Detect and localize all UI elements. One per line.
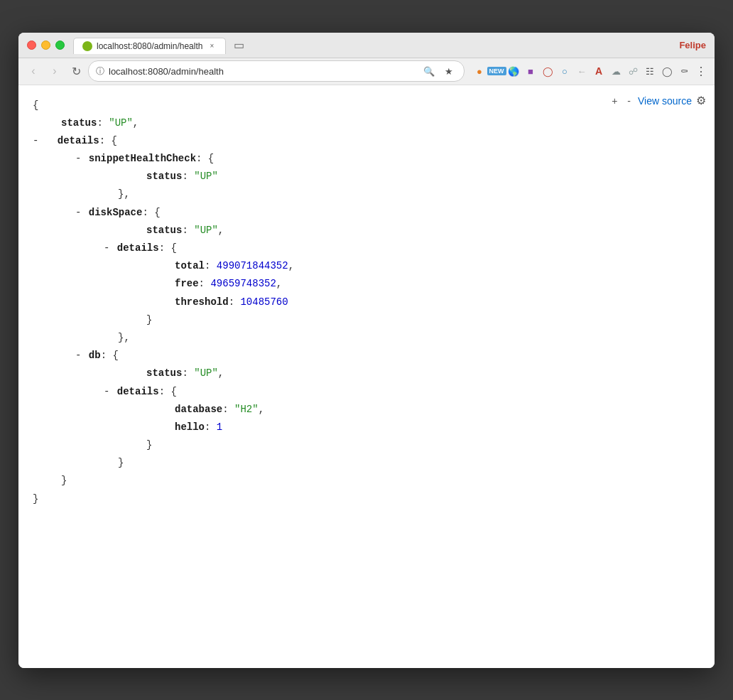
address-bar[interactable]	[109, 66, 417, 77]
maximize-button[interactable]	[55, 41, 65, 50]
title-bar: localhost:8080/admin/health × ▭ Felipe	[18, 33, 715, 58]
forward-button[interactable]: ›	[45, 62, 64, 80]
ext-bookmark2-icon[interactable]: ☍	[625, 63, 641, 79]
json-snippet-close: },	[118, 185, 715, 203]
ext-new-icon[interactable]: NEW	[489, 63, 504, 79]
zoom-minus-button[interactable]: -	[624, 94, 634, 108]
ext-back2-icon[interactable]: ←	[574, 63, 590, 79]
ext-globe-icon[interactable]: 🌎	[506, 63, 521, 79]
json-snippet-line: - snippetHealthCheck: {	[33, 150, 715, 168]
json-details-line: - details: {	[33, 132, 715, 150]
db-details-collapse[interactable]: -	[104, 383, 109, 401]
forward-icon: ›	[53, 65, 56, 77]
tab-close-button[interactable]: ×	[207, 41, 217, 51]
json-db-details-line: - details: {	[33, 383, 715, 401]
json-details-close: }	[61, 472, 715, 490]
minimize-button[interactable]	[41, 41, 50, 50]
toolbar: ‹ › ↻ ⓘ 🔍 ★ ● NEW 🌎 ■ ◯ ○ ← A ☁ ☍	[18, 58, 715, 85]
diskspace-collapse[interactable]: -	[75, 204, 81, 222]
diskspace-details-collapse[interactable]: -	[104, 239, 109, 257]
new-tab-button[interactable]: ▭	[229, 35, 249, 55]
json-diskspace-details-line: - details: {	[33, 239, 715, 257]
search-icon[interactable]: 🔍	[421, 63, 437, 79]
tab-title: localhost:8080/admin/health	[97, 41, 202, 51]
json-status-line: status: "UP",	[61, 114, 715, 132]
ext-vpn-icon[interactable]: ○	[557, 63, 572, 79]
json-db-line: - db: {	[33, 347, 715, 365]
json-database-line: database: "H2",	[175, 401, 715, 419]
json-total-line: total: 499071844352,	[175, 257, 715, 275]
bookmark-icon[interactable]: ★	[441, 63, 457, 79]
ext-camera-icon[interactable]: ⚰	[676, 63, 692, 79]
more-button[interactable]: ⋮	[693, 63, 709, 79]
json-diskspace-details-close: }	[146, 311, 715, 329]
json-viewer: { status: "UP", - details: { - snippetHe…	[33, 97, 715, 508]
db-collapse[interactable]: -	[75, 347, 81, 365]
json-hello-line: hello: 1	[175, 419, 715, 436]
traffic-lights	[27, 41, 65, 50]
settings-icon[interactable]: ⚙	[696, 94, 706, 107]
json-diskspace-close: },	[118, 329, 715, 347]
lock-icon: ⓘ	[96, 65, 104, 77]
json-free-line: free: 49659748352,	[175, 275, 715, 293]
ext-cloud-icon[interactable]: ☁	[608, 63, 624, 79]
details-collapse[interactable]: -	[33, 132, 38, 150]
ext-clock-icon[interactable]: ◯	[659, 63, 675, 79]
json-db-status: status: "UP",	[146, 365, 715, 382]
browser-window: localhost:8080/admin/health × ▭ Felipe ‹…	[18, 33, 715, 668]
active-tab[interactable]: localhost:8080/admin/health ×	[73, 38, 226, 54]
address-bar-container: ⓘ 🔍 ★	[88, 60, 465, 82]
json-threshold-line: threshold: 10485760	[175, 294, 715, 311]
ext-grid-icon[interactable]: ☷	[642, 63, 658, 79]
tab-bar: localhost:8080/admin/health × ▭	[73, 35, 706, 55]
tab-favicon	[82, 41, 92, 51]
json-db-close: }	[118, 454, 715, 472]
ext-puzzle-icon[interactable]: ■	[523, 63, 538, 79]
json-close-brace: }	[33, 490, 715, 508]
ext-opera-icon[interactable]: ◯	[540, 63, 555, 79]
json-db-details-close: }	[146, 436, 715, 454]
json-diskspace-line: - diskSpace: {	[33, 204, 715, 222]
content-area: + - View source ⚙ { status: "UP", - deta…	[18, 85, 715, 668]
browser-logo: Felipe	[679, 40, 706, 50]
snippet-collapse[interactable]: -	[75, 150, 81, 168]
ext-circle-icon[interactable]: ●	[472, 63, 487, 79]
view-source-link[interactable]: View source	[638, 95, 692, 107]
close-button[interactable]	[27, 41, 36, 50]
toolbar-extensions: ● NEW 🌎 ■ ◯ ○ ← A ☁ ☍ ☷ ◯ ⚰ ⋮	[472, 63, 709, 79]
back-button[interactable]: ‹	[24, 62, 43, 80]
refresh-icon: ↻	[72, 65, 81, 78]
content-toolbar: + - View source ⚙	[609, 94, 706, 108]
json-diskspace-status: status: "UP",	[146, 222, 715, 239]
json-snippet-status: status: "UP"	[146, 168, 715, 185]
refresh-button[interactable]: ↻	[67, 62, 85, 80]
zoom-plus-button[interactable]: +	[609, 94, 620, 108]
back-icon: ‹	[31, 65, 35, 77]
ext-font-icon[interactable]: A	[591, 63, 607, 79]
